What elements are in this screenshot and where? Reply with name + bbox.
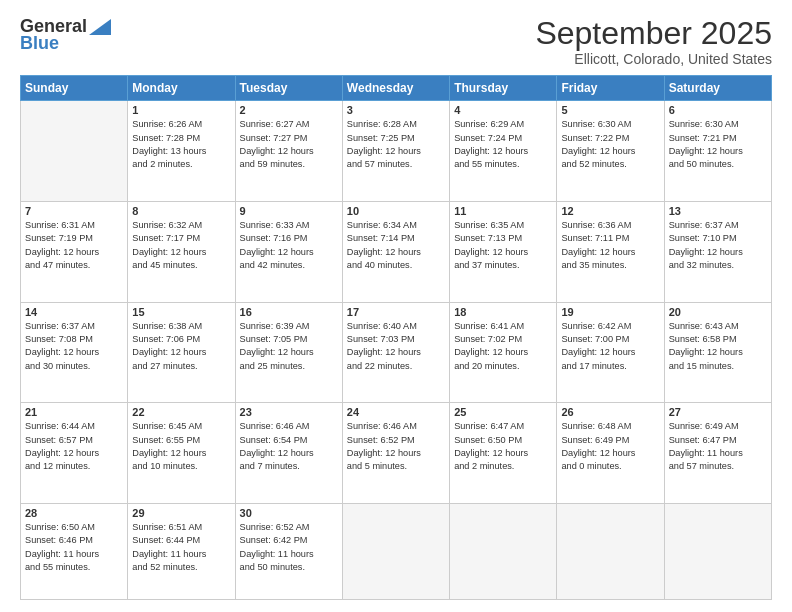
daylight-continuation: and 59 minutes. bbox=[240, 159, 305, 169]
day-info: Sunrise: 6:31 AMSunset: 7:19 PMDaylight:… bbox=[25, 219, 123, 272]
calendar-week-row: 21Sunrise: 6:44 AMSunset: 6:57 PMDayligh… bbox=[21, 403, 772, 504]
daylight-hours: Daylight: 12 hours bbox=[347, 247, 421, 257]
sunrise-time: Sunrise: 6:39 AM bbox=[240, 321, 310, 331]
sunrise-time: Sunrise: 6:32 AM bbox=[132, 220, 202, 230]
daylight-continuation: and 22 minutes. bbox=[347, 361, 412, 371]
table-row: 4Sunrise: 6:29 AMSunset: 7:24 PMDaylight… bbox=[450, 101, 557, 202]
daylight-hours: Daylight: 12 hours bbox=[25, 448, 99, 458]
daylight-hours: Daylight: 11 hours bbox=[669, 448, 743, 458]
daylight-continuation: and 42 minutes. bbox=[240, 260, 305, 270]
sunset-time: Sunset: 7:00 PM bbox=[561, 334, 629, 344]
day-number: 22 bbox=[132, 406, 230, 418]
day-info: Sunrise: 6:45 AMSunset: 6:55 PMDaylight:… bbox=[132, 420, 230, 473]
sunset-time: Sunset: 7:24 PM bbox=[454, 133, 522, 143]
day-number: 18 bbox=[454, 306, 552, 318]
logo: General Blue bbox=[20, 16, 111, 54]
day-info: Sunrise: 6:40 AMSunset: 7:03 PMDaylight:… bbox=[347, 320, 445, 373]
sunrise-time: Sunrise: 6:28 AM bbox=[347, 119, 417, 129]
day-info: Sunrise: 6:37 AMSunset: 7:08 PMDaylight:… bbox=[25, 320, 123, 373]
sunset-time: Sunset: 7:11 PM bbox=[561, 233, 629, 243]
daylight-hours: Daylight: 12 hours bbox=[669, 146, 743, 156]
sunrise-time: Sunrise: 6:35 AM bbox=[454, 220, 524, 230]
table-row: 16Sunrise: 6:39 AMSunset: 7:05 PMDayligh… bbox=[235, 302, 342, 403]
day-info: Sunrise: 6:52 AMSunset: 6:42 PMDaylight:… bbox=[240, 521, 338, 574]
daylight-hours: Daylight: 12 hours bbox=[454, 146, 528, 156]
daylight-continuation: and 0 minutes. bbox=[561, 461, 621, 471]
sunset-time: Sunset: 7:27 PM bbox=[240, 133, 308, 143]
daylight-hours: Daylight: 12 hours bbox=[25, 347, 99, 357]
calendar-header-row: Sunday Monday Tuesday Wednesday Thursday… bbox=[21, 76, 772, 101]
table-row: 22Sunrise: 6:45 AMSunset: 6:55 PMDayligh… bbox=[128, 403, 235, 504]
table-row: 5Sunrise: 6:30 AMSunset: 7:22 PMDaylight… bbox=[557, 101, 664, 202]
daylight-hours: Daylight: 12 hours bbox=[240, 146, 314, 156]
day-info: Sunrise: 6:46 AMSunset: 6:52 PMDaylight:… bbox=[347, 420, 445, 473]
sunset-time: Sunset: 7:08 PM bbox=[25, 334, 93, 344]
table-row: 10Sunrise: 6:34 AMSunset: 7:14 PMDayligh… bbox=[342, 201, 449, 302]
day-number: 25 bbox=[454, 406, 552, 418]
sunrise-time: Sunrise: 6:33 AM bbox=[240, 220, 310, 230]
daylight-hours: Daylight: 11 hours bbox=[240, 549, 314, 559]
col-tuesday: Tuesday bbox=[235, 76, 342, 101]
daylight-hours: Daylight: 11 hours bbox=[132, 549, 206, 559]
daylight-continuation: and 47 minutes. bbox=[25, 260, 90, 270]
col-friday: Friday bbox=[557, 76, 664, 101]
daylight-continuation: and 50 minutes. bbox=[240, 562, 305, 572]
day-number: 14 bbox=[25, 306, 123, 318]
day-info: Sunrise: 6:43 AMSunset: 6:58 PMDaylight:… bbox=[669, 320, 767, 373]
daylight-hours: Daylight: 12 hours bbox=[561, 347, 635, 357]
sunset-time: Sunset: 6:55 PM bbox=[132, 435, 200, 445]
sunrise-time: Sunrise: 6:37 AM bbox=[25, 321, 95, 331]
daylight-hours: Daylight: 12 hours bbox=[454, 247, 528, 257]
calendar-week-row: 14Sunrise: 6:37 AMSunset: 7:08 PMDayligh… bbox=[21, 302, 772, 403]
sunset-time: Sunset: 7:19 PM bbox=[25, 233, 93, 243]
daylight-hours: Daylight: 12 hours bbox=[561, 448, 635, 458]
sunrise-time: Sunrise: 6:26 AM bbox=[132, 119, 202, 129]
col-monday: Monday bbox=[128, 76, 235, 101]
daylight-continuation: and 57 minutes. bbox=[669, 461, 734, 471]
day-number: 9 bbox=[240, 205, 338, 217]
day-number: 2 bbox=[240, 104, 338, 116]
daylight-continuation: and 35 minutes. bbox=[561, 260, 626, 270]
daylight-continuation: and 45 minutes. bbox=[132, 260, 197, 270]
sunrise-time: Sunrise: 6:50 AM bbox=[25, 522, 95, 532]
day-info: Sunrise: 6:39 AMSunset: 7:05 PMDaylight:… bbox=[240, 320, 338, 373]
day-info: Sunrise: 6:37 AMSunset: 7:10 PMDaylight:… bbox=[669, 219, 767, 272]
daylight-continuation: and 5 minutes. bbox=[347, 461, 407, 471]
daylight-continuation: and 50 minutes. bbox=[669, 159, 734, 169]
sunset-time: Sunset: 7:13 PM bbox=[454, 233, 522, 243]
daylight-continuation: and 37 minutes. bbox=[454, 260, 519, 270]
table-row: 15Sunrise: 6:38 AMSunset: 7:06 PMDayligh… bbox=[128, 302, 235, 403]
sunset-time: Sunset: 7:10 PM bbox=[669, 233, 737, 243]
table-row: 23Sunrise: 6:46 AMSunset: 6:54 PMDayligh… bbox=[235, 403, 342, 504]
day-info: Sunrise: 6:38 AMSunset: 7:06 PMDaylight:… bbox=[132, 320, 230, 373]
day-info: Sunrise: 6:35 AMSunset: 7:13 PMDaylight:… bbox=[454, 219, 552, 272]
table-row: 1Sunrise: 6:26 AMSunset: 7:28 PMDaylight… bbox=[128, 101, 235, 202]
sunset-time: Sunset: 6:49 PM bbox=[561, 435, 629, 445]
daylight-hours: Daylight: 12 hours bbox=[240, 247, 314, 257]
table-row: 14Sunrise: 6:37 AMSunset: 7:08 PMDayligh… bbox=[21, 302, 128, 403]
daylight-continuation: and 12 minutes. bbox=[25, 461, 90, 471]
daylight-hours: Daylight: 12 hours bbox=[561, 247, 635, 257]
day-info: Sunrise: 6:50 AMSunset: 6:46 PMDaylight:… bbox=[25, 521, 123, 574]
sunrise-time: Sunrise: 6:40 AM bbox=[347, 321, 417, 331]
table-row: 26Sunrise: 6:48 AMSunset: 6:49 PMDayligh… bbox=[557, 403, 664, 504]
sunrise-time: Sunrise: 6:41 AM bbox=[454, 321, 524, 331]
sunset-time: Sunset: 7:22 PM bbox=[561, 133, 629, 143]
daylight-continuation: and 52 minutes. bbox=[132, 562, 197, 572]
sunset-time: Sunset: 7:05 PM bbox=[240, 334, 308, 344]
table-row: 19Sunrise: 6:42 AMSunset: 7:00 PMDayligh… bbox=[557, 302, 664, 403]
table-row: 17Sunrise: 6:40 AMSunset: 7:03 PMDayligh… bbox=[342, 302, 449, 403]
day-number: 13 bbox=[669, 205, 767, 217]
sunset-time: Sunset: 6:57 PM bbox=[25, 435, 93, 445]
calendar-week-row: 1Sunrise: 6:26 AMSunset: 7:28 PMDaylight… bbox=[21, 101, 772, 202]
day-number: 1 bbox=[132, 104, 230, 116]
day-info: Sunrise: 6:42 AMSunset: 7:00 PMDaylight:… bbox=[561, 320, 659, 373]
calendar-week-row: 7Sunrise: 6:31 AMSunset: 7:19 PMDaylight… bbox=[21, 201, 772, 302]
daylight-hours: Daylight: 12 hours bbox=[454, 448, 528, 458]
sunrise-time: Sunrise: 6:52 AM bbox=[240, 522, 310, 532]
day-info: Sunrise: 6:29 AMSunset: 7:24 PMDaylight:… bbox=[454, 118, 552, 171]
sunrise-time: Sunrise: 6:36 AM bbox=[561, 220, 631, 230]
daylight-hours: Daylight: 12 hours bbox=[347, 146, 421, 156]
daylight-continuation: and 7 minutes. bbox=[240, 461, 300, 471]
day-info: Sunrise: 6:51 AMSunset: 6:44 PMDaylight:… bbox=[132, 521, 230, 574]
